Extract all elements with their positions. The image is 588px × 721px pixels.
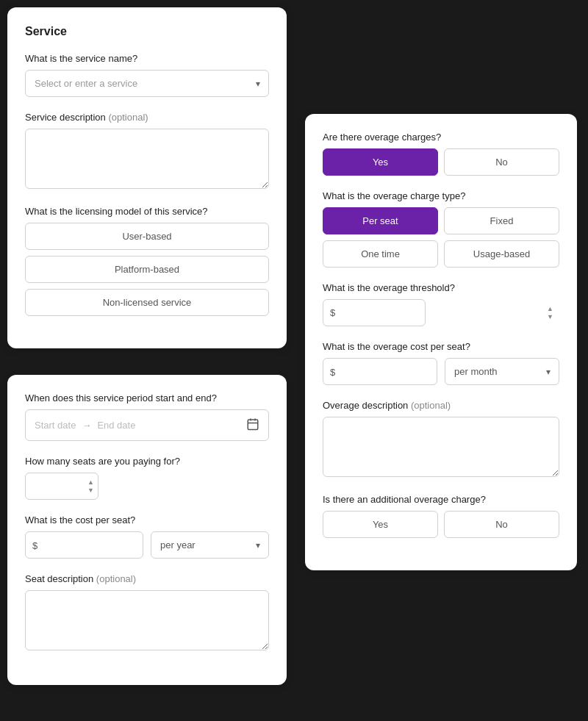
overage-desc-label: Overage description (optional): [323, 400, 559, 411]
licensing-user-based[interactable]: User-based: [25, 223, 269, 250]
svg-rect-0: [248, 420, 258, 430]
period-card: When does this service period start and …: [7, 375, 287, 685]
service-desc-textarea[interactable]: [25, 129, 269, 189]
arrow-icon: →: [82, 420, 91, 431]
additional-overage-label: Is there an additional overage charge?: [323, 494, 559, 505]
threshold-spinner-up[interactable]: ▲: [547, 306, 553, 312]
cost-row: $ per year per month per quarter: [25, 531, 269, 559]
service-card: Service What is the service name? Select…: [7, 7, 287, 348]
overage-period-select-wrapper[interactable]: per month per year per quarter: [445, 358, 559, 385]
seat-desc-label: Seat description (optional): [25, 573, 269, 584]
period-label: When does this service period start and …: [25, 392, 269, 403]
threshold-spinner[interactable]: ▲ ▼: [547, 306, 553, 320]
seats-label: How many seats are you paying for?: [25, 456, 269, 467]
seat-desc-textarea[interactable]: [25, 590, 269, 650]
calendar-icon[interactable]: [246, 417, 259, 433]
overage-type-usage-based[interactable]: Usage-based: [444, 240, 559, 268]
period-field: When does this service period start and …: [25, 392, 269, 441]
spinner-down-icon[interactable]: ▼: [87, 487, 94, 494]
threshold-dollar-sign: $: [330, 307, 335, 318]
overage-type-label: What is the overage charge type?: [323, 190, 559, 201]
licensing-non-licensed[interactable]: Non-licensed service: [25, 289, 269, 316]
overage-cost-input-wrapper: $: [323, 358, 437, 385]
overage-charges-field: Are there overage charges? Yes No: [323, 132, 559, 176]
service-name-label: What is the service name?: [25, 53, 269, 64]
threshold-input-wrapper: $ ▲ ▼: [323, 299, 559, 326]
service-name-select[interactable]: Select or enter a service: [25, 70, 269, 97]
cost-input[interactable]: [25, 531, 143, 559]
overage-type-field: What is the overage charge type? Per sea…: [323, 190, 559, 268]
overage-yes-no: Yes No: [323, 148, 559, 176]
dollar-sign: $: [32, 539, 37, 550]
cost-input-wrapper: $: [25, 531, 143, 559]
overage-type-options: Per seat Fixed One time Usage-based: [323, 207, 559, 268]
overage-no-btn[interactable]: No: [444, 148, 559, 176]
overage-type-one-time[interactable]: One time: [323, 240, 438, 268]
overage-desc-textarea[interactable]: [323, 417, 559, 477]
licensing-platform-based[interactable]: Platform-based: [25, 256, 269, 283]
service-title: Service: [25, 25, 269, 38]
seat-desc-field: Seat description (optional): [25, 573, 269, 653]
overage-charges-label: Are there overage charges?: [323, 132, 559, 143]
service-name-field: What is the service name? Select or ente…: [25, 53, 269, 97]
overage-cost-input[interactable]: [323, 358, 437, 385]
threshold-spinner-down[interactable]: ▼: [547, 314, 553, 320]
threshold-field: What is the overage threshold? $ ▲ ▼: [323, 282, 559, 326]
start-date-placeholder: Start date: [35, 420, 76, 431]
additional-yes-btn[interactable]: Yes: [323, 511, 438, 538]
cost-per-seat-label: What is the cost per seat?: [25, 514, 269, 525]
licensing-field: What is the licensing model of this serv…: [25, 206, 269, 316]
additional-overage-yes-no: Yes No: [323, 511, 559, 538]
end-date-placeholder: End date: [97, 420, 240, 431]
threshold-input[interactable]: [323, 299, 426, 326]
overage-cost-seat-label: What is the overage cost per seat?: [323, 341, 559, 352]
seats-input-wrapper: ▲ ▼: [25, 473, 98, 500]
licensing-label: What is the licensing model of this serv…: [25, 206, 269, 217]
overage-card: Are there overage charges? Yes No What i…: [305, 114, 577, 570]
overage-yes-btn[interactable]: Yes: [323, 148, 438, 176]
overage-dollar-sign: $: [330, 366, 335, 377]
threshold-label: What is the overage threshold?: [323, 282, 559, 293]
overage-type-per-seat[interactable]: Per seat: [323, 207, 438, 234]
seats-field: How many seats are you paying for? ▲ ▼: [25, 456, 269, 500]
date-range-input[interactable]: Start date → End date: [25, 409, 269, 441]
additional-no-btn[interactable]: No: [444, 511, 559, 538]
overage-type-fixed[interactable]: Fixed: [444, 207, 559, 234]
overage-period-select[interactable]: per month per year per quarter: [445, 358, 559, 385]
period-select[interactable]: per year per month per quarter: [151, 531, 269, 559]
overage-cost-seat-field: What is the overage cost per seat? $ per…: [323, 341, 559, 385]
service-name-select-wrapper[interactable]: Select or enter a service: [25, 70, 269, 97]
overage-desc-field: Overage description (optional): [323, 400, 559, 479]
spinner-up-icon[interactable]: ▲: [87, 479, 94, 486]
service-desc-field: Service description (optional): [25, 112, 269, 191]
service-desc-label: Service description (optional): [25, 112, 269, 123]
licensing-options: User-based Platform-based Non-licensed s…: [25, 223, 269, 316]
seats-spinner[interactable]: ▲ ▼: [87, 479, 94, 494]
cost-per-seat-field: What is the cost per seat? $ per year pe…: [25, 514, 269, 559]
period-select-wrapper[interactable]: per year per month per quarter: [151, 531, 269, 559]
overage-cost-row: $ per month per year per quarter: [323, 358, 559, 385]
additional-overage-field: Is there an additional overage charge? Y…: [323, 494, 559, 538]
